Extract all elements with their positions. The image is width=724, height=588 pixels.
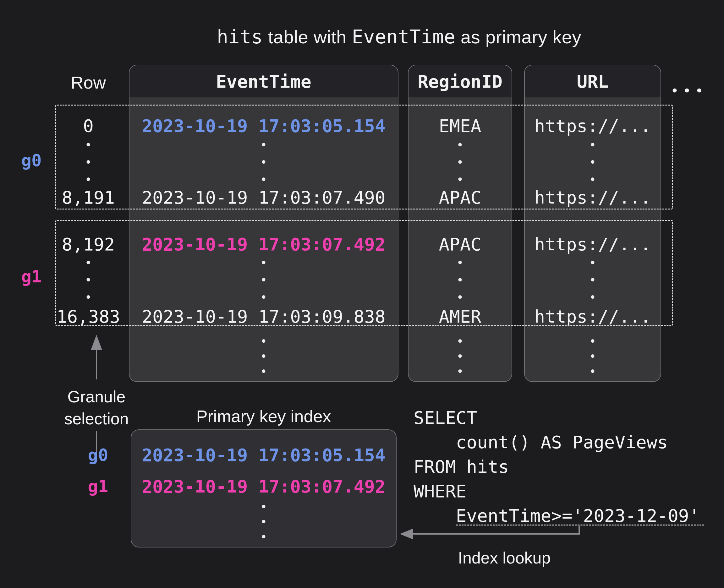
url-value: https://... — [535, 234, 651, 254]
title-code-eventtime: EventTime — [352, 26, 456, 48]
ellipsis-dots — [591, 261, 595, 299]
row-number: 0 — [83, 115, 94, 136]
ellipsis-dots — [262, 505, 266, 538]
eventtime-value: 2023-10-19 17:03:07.490 — [142, 187, 385, 208]
region-value: APAC — [439, 234, 481, 254]
url-value: https://... — [535, 187, 651, 208]
url-value: https://... — [535, 115, 651, 136]
eventtime-value: 2023-10-19 17:03:09.838 — [142, 306, 385, 327]
sql-line: count() AS PageViews — [414, 430, 700, 455]
ellipsis-dots — [591, 339, 595, 373]
sql-line: SELECT — [414, 405, 700, 430]
sql-query: SELECT count() AS PageViews FROM hits WH… — [414, 405, 700, 528]
index-lookup-arrowhead-icon — [400, 529, 413, 539]
granule-selection-arrowhead-icon — [91, 335, 102, 350]
region-value: AMER — [439, 306, 481, 327]
row-number: 8,191 — [62, 187, 115, 208]
sql-line: WHERE — [414, 479, 700, 504]
row-number: 8,192 — [62, 234, 115, 254]
index-lookup-arrow-stem — [410, 533, 580, 534]
ellipsis-dots — [458, 339, 462, 373]
granule-selection-label: Granuleselection — [64, 386, 128, 430]
ellipsis-dots — [87, 261, 90, 299]
granule-label-g1: g1 — [21, 267, 41, 287]
ellipsis-dots — [262, 339, 266, 373]
column-header-regionid: RegionID — [409, 65, 512, 97]
eventtime-value: 2023-10-19 17:03:07.492 — [142, 234, 385, 254]
row-number: 16,383 — [57, 306, 120, 327]
row-column-header: Row — [71, 72, 106, 93]
pk-entry-value-g0: 2023-10-19 17:03:05.154 — [142, 445, 385, 465]
index-lookup-label: Index lookup — [458, 548, 551, 567]
region-value: EMEA — [439, 115, 481, 136]
url-value: https://... — [535, 306, 651, 327]
pk-entry-value-g1: 2023-10-19 17:03:07.492 — [142, 476, 385, 497]
ellipsis-dots — [262, 261, 266, 299]
ellipsis-dots — [458, 143, 462, 181]
primary-key-index-title: Primary key index — [196, 406, 331, 426]
column-header-eventtime: EventTime — [129, 65, 398, 97]
more-columns-ellipsis-icon — [673, 89, 701, 93]
title-code-hits: hits — [217, 26, 263, 48]
eventtime-value: 2023-10-19 17:03:05.154 — [142, 115, 385, 136]
granule-selection-arrow-stem — [96, 349, 97, 379]
ellipsis-dots — [262, 143, 266, 181]
where-condition-underline — [456, 525, 704, 525]
region-value: APAC — [439, 187, 481, 208]
pk-entry-label-g1: g1 — [88, 477, 108, 496]
diagram-canvas: hits table with EventTime as primary key… — [0, 0, 724, 588]
ellipsis-dots — [458, 261, 462, 299]
pk-entry-label-g0: g0 — [88, 445, 108, 465]
sql-line: FROM hits — [414, 455, 700, 479]
page-title: hits table with EventTime as primary key — [217, 26, 581, 48]
column-header-url: URL — [525, 65, 661, 97]
granule-label-g0: g0 — [21, 150, 41, 170]
ellipsis-dots — [87, 143, 90, 181]
ellipsis-dots — [591, 143, 595, 181]
